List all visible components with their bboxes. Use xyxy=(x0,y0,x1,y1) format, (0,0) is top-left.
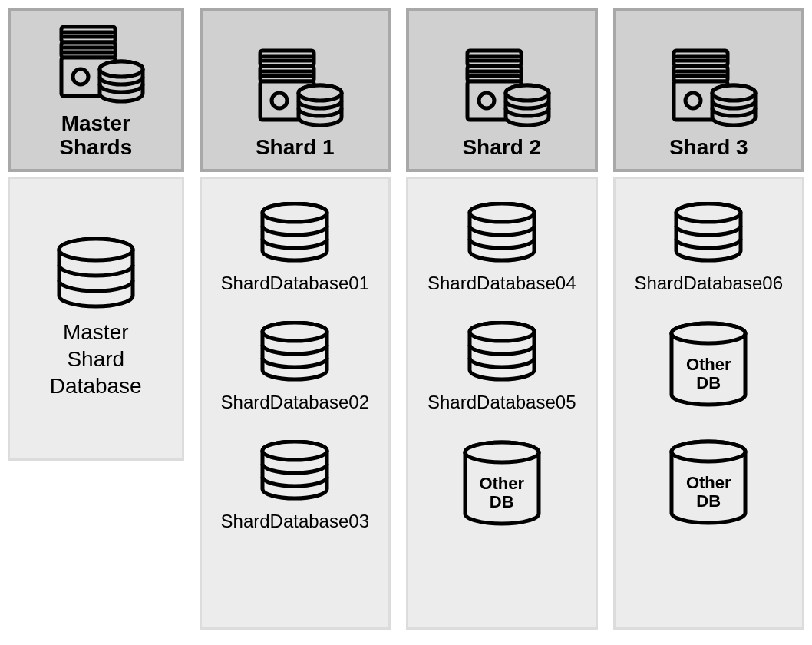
svg-point-25 xyxy=(262,322,327,341)
shard-database-label: ShardDatabase01 xyxy=(221,273,369,295)
shard-database-label: ShardDatabase02 xyxy=(221,392,369,414)
shard-2-body: ShardDatabase04 ShardDatabase05 OtherDB xyxy=(406,177,597,630)
svg-point-35 xyxy=(479,93,494,108)
svg-point-51 xyxy=(685,93,701,108)
shard-1-header: Shard 1 xyxy=(200,8,391,172)
column-shard-3: Shard 3 ShardDatabase06 OtherDB OtherDB xyxy=(613,8,804,630)
shard-database: ShardDatabase06 xyxy=(635,202,783,295)
svg-rect-28 xyxy=(467,51,521,66)
shard-database: ShardDatabase04 xyxy=(427,202,576,295)
shard-database-label: ShardDatabase06 xyxy=(635,273,783,295)
database-stack-icon xyxy=(253,202,337,268)
svg-point-41 xyxy=(470,322,534,341)
svg-point-43 xyxy=(465,442,539,462)
svg-rect-47 xyxy=(674,66,728,81)
svg-rect-44 xyxy=(674,51,728,66)
svg-point-57 xyxy=(672,323,745,343)
shard-1-title: Shard 1 xyxy=(256,136,335,160)
other-database-label: OtherDB xyxy=(456,475,548,511)
master-database: MasterShardDatabase xyxy=(50,237,142,399)
shard-database-label: ShardDatabase05 xyxy=(427,392,576,414)
shard-2-header: Shard 2 xyxy=(406,8,597,172)
master-database-label: MasterShardDatabase xyxy=(50,319,142,399)
master-body: MasterShardDatabase xyxy=(8,177,184,461)
database-stack-icon xyxy=(253,440,337,506)
svg-point-39 xyxy=(470,203,534,222)
svg-point-21 xyxy=(299,85,342,101)
svg-point-9 xyxy=(100,61,143,77)
server-db-icon xyxy=(444,47,559,131)
svg-rect-15 xyxy=(260,66,314,81)
svg-point-27 xyxy=(262,442,327,460)
svg-rect-31 xyxy=(467,66,521,81)
other-database-label: OtherDB xyxy=(662,474,754,511)
database-stack-icon xyxy=(50,237,142,314)
other-database: OtherDB xyxy=(456,440,548,532)
master-title: MasterShards xyxy=(59,112,132,160)
other-database: OtherDB xyxy=(662,321,754,413)
svg-rect-3 xyxy=(61,42,115,58)
diagram-row: MasterShards MasterShardDatabase xyxy=(8,8,804,630)
shard-database: ShardDatabase03 xyxy=(221,440,369,533)
shard-1-body: ShardDatabase01 ShardDatabase02 ShardDat… xyxy=(200,177,391,630)
shard-3-body: ShardDatabase06 OtherDB OtherDB xyxy=(613,177,804,630)
server-db-icon xyxy=(651,47,766,131)
svg-point-59 xyxy=(672,442,745,461)
database-stack-icon xyxy=(253,321,337,387)
shard-database: ShardDatabase05 xyxy=(427,321,576,414)
svg-point-19 xyxy=(272,93,287,108)
svg-rect-0 xyxy=(61,27,115,42)
database-stack-icon xyxy=(460,321,544,387)
shard-3-title: Shard 3 xyxy=(669,136,748,160)
server-db-icon xyxy=(237,47,352,131)
svg-point-23 xyxy=(262,203,327,222)
shard-2-title: Shard 2 xyxy=(462,136,541,160)
svg-point-7 xyxy=(73,69,88,84)
column-shard-2: Shard 2 ShardDatabase04 ShardDatabase05 … xyxy=(406,8,597,630)
column-shard-1: Shard 1 ShardDatabase01 ShardDatabase02 … xyxy=(200,8,391,630)
master-header: MasterShards xyxy=(8,8,184,172)
database-stack-icon xyxy=(460,202,544,268)
svg-point-55 xyxy=(676,203,741,222)
shard-database-label: ShardDatabase04 xyxy=(427,273,576,295)
other-database-label: OtherDB xyxy=(662,356,754,392)
column-master: MasterShards MasterShardDatabase xyxy=(8,8,184,630)
shard-database-label: ShardDatabase03 xyxy=(221,511,369,533)
svg-rect-12 xyxy=(260,51,314,66)
svg-point-37 xyxy=(506,85,549,101)
svg-point-53 xyxy=(712,85,755,101)
database-stack-icon xyxy=(666,202,751,268)
shard-database: ShardDatabase02 xyxy=(221,321,369,414)
other-database: OtherDB xyxy=(662,439,754,531)
shard-database: ShardDatabase01 xyxy=(221,202,369,295)
svg-point-11 xyxy=(59,239,133,260)
server-db-icon xyxy=(38,23,153,108)
shard-3-header: Shard 3 xyxy=(613,8,804,172)
